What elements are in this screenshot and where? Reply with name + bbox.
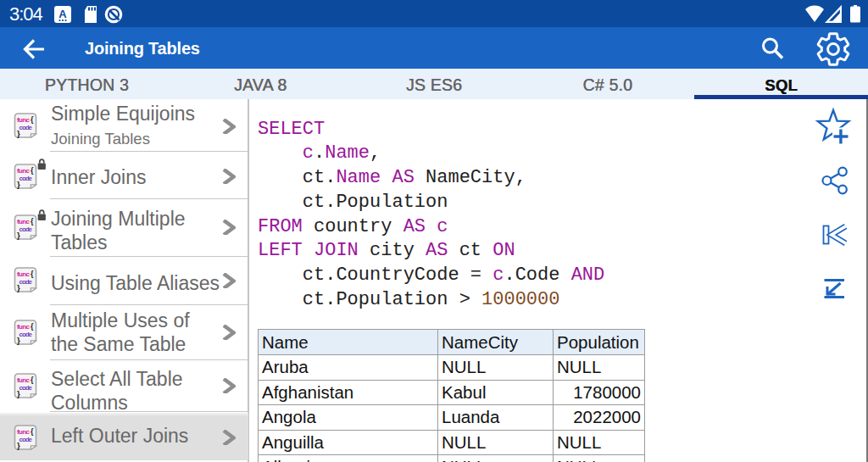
svg-text:A: A	[58, 8, 67, 20]
